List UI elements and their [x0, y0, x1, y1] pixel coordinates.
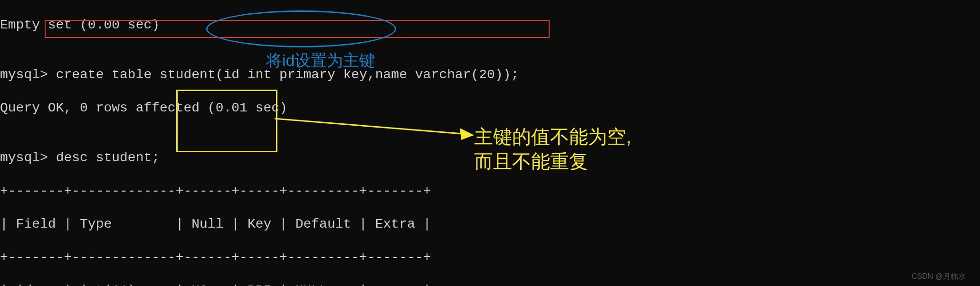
table-border: +-------+-------------+------+-----+----… — [0, 249, 980, 266]
watermark: CSDN @月临水 — [912, 272, 966, 281]
result-line: Empty set (0.00 sec) — [0, 17, 980, 33]
table-header: | Field | Type | Null | Key | Default | … — [0, 216, 980, 232]
annotation-yellow-line2: 而且不能重复 — [474, 151, 588, 172]
prompt: mysql> — [0, 150, 56, 165]
annotation-yellow: 主键的值不能为空, 而且不能重复 — [474, 124, 712, 174]
table-row: | id | int(11) | NO | PRI | NULL | | — [0, 282, 980, 286]
annotation-blue: 将id设置为主键 — [266, 50, 375, 71]
sql-command: desc student; — [56, 150, 160, 165]
prompt: mysql> — [0, 67, 56, 82]
query-ok-line: Query OK, 0 rows affected (0.01 sec) — [0, 100, 980, 116]
cmd-line: mysql> create table student(id int prima… — [0, 66, 980, 83]
annotation-yellow-line1: 主键的值不能为空, — [474, 126, 631, 147]
table-border: +-------+-------------+------+-----+----… — [0, 183, 980, 199]
